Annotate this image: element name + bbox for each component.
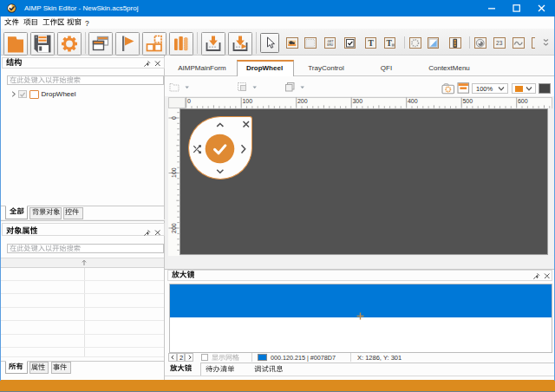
svg-text:23: 23	[496, 40, 503, 46]
svg-text:2: 2	[179, 354, 182, 362]
svg-text:ERU: ERU	[327, 43, 333, 47]
svg-text:T: T	[386, 39, 392, 48]
svg-text:T: T	[368, 39, 374, 48]
